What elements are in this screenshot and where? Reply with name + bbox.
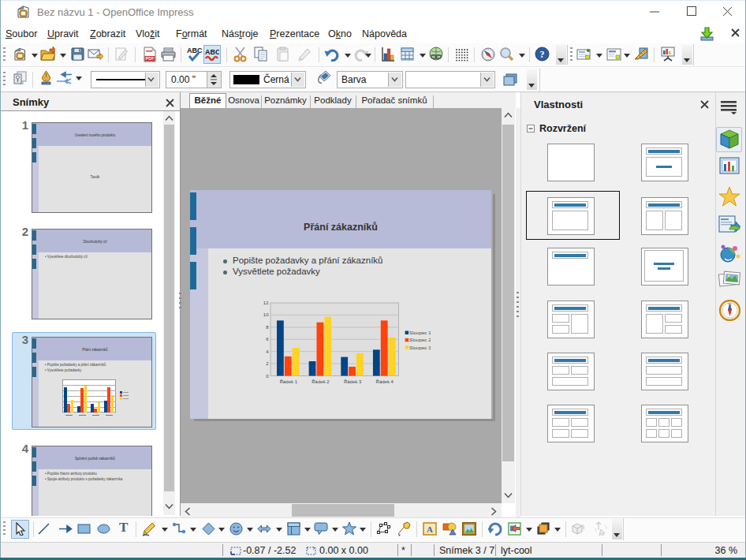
svg-text:8: 8 [266, 325, 269, 330]
svg-text:0: 0 [266, 374, 269, 379]
svg-text:N: N [729, 302, 732, 307]
svg-text:10: 10 [263, 312, 269, 317]
svg-text:6: 6 [266, 337, 269, 342]
svg-text:PDF: PDF [146, 56, 155, 61]
svg-text:?: ? [540, 49, 545, 60]
svg-text:Řádek 1: Řádek 1 [280, 379, 298, 384]
svg-text:ABC: ABC [187, 47, 203, 54]
svg-text:ABC: ABC [205, 48, 219, 56]
svg-text:12: 12 [263, 301, 269, 305]
svg-text:Řádek 4: Řádek 4 [376, 379, 394, 384]
svg-text:4: 4 [266, 349, 269, 354]
svg-text:2: 2 [266, 361, 269, 366]
svg-text:Řádek 3: Řádek 3 [344, 379, 362, 384]
svg-text:A: A [427, 525, 433, 534]
svg-text:Sloupec 2: Sloupec 2 [409, 337, 431, 342]
svg-text:Řádek 2: Řádek 2 [311, 379, 330, 384]
svg-text:Sloupec 3: Sloupec 3 [409, 345, 431, 350]
svg-text:Sloupec 1: Sloupec 1 [409, 330, 431, 335]
